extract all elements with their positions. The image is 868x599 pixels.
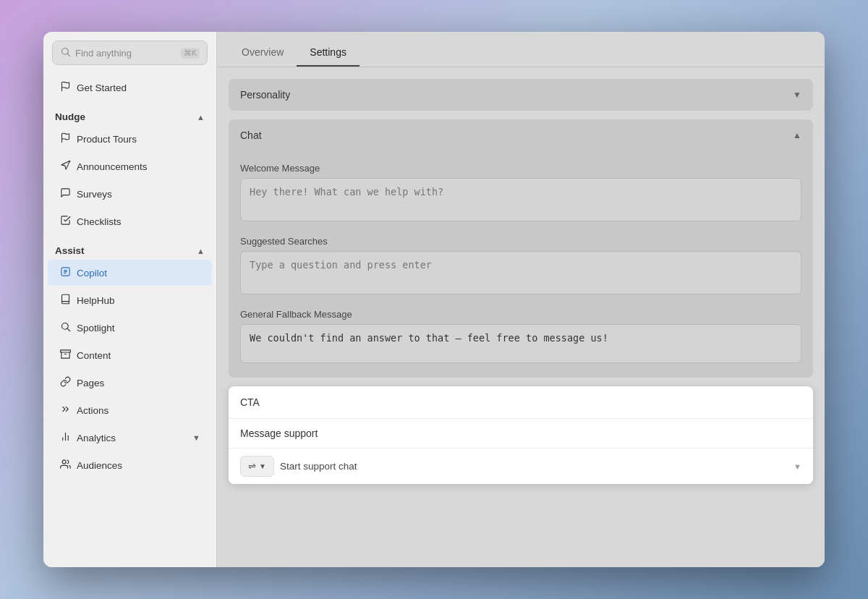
product-tours-icon <box>59 132 71 145</box>
welcome-message-input[interactable] <box>240 178 801 221</box>
svg-point-12 <box>62 460 66 464</box>
cta-header: CTA <box>229 386 813 419</box>
personality-chevron-icon: ▼ <box>793 90 801 100</box>
tabs-bar: Overview Settings <box>217 32 825 67</box>
copilot-icon <box>59 266 71 279</box>
checklists-icon <box>59 215 71 228</box>
checklists-label: Checklists <box>77 216 122 227</box>
actions-label: Actions <box>77 405 109 416</box>
pages-label: Pages <box>77 378 104 388</box>
surveys-label: Surveys <box>77 189 112 200</box>
svg-rect-7 <box>60 350 70 352</box>
sidebar: Find anything ⌘K Get Started Nudge ▲ Pro… <box>43 32 217 567</box>
announcements-label: Announcements <box>77 161 148 172</box>
sidebar-item-product-tours[interactable]: Product Tours <box>48 126 212 152</box>
pages-icon <box>59 376 71 389</box>
spotlight-label: Spotlight <box>77 323 115 334</box>
analytics-icon <box>59 431 71 444</box>
sidebar-item-pages[interactable]: Pages <box>48 370 212 396</box>
fallback-message-label: General Fallback Message <box>240 309 801 320</box>
content-icon <box>59 349 71 362</box>
chat-chevron-icon: ▲ <box>793 130 801 140</box>
sidebar-item-copilot[interactable]: Copilot <box>48 260 212 286</box>
personality-section: Personality ▼ <box>229 79 813 111</box>
flag-icon <box>59 81 71 94</box>
search-shortcut: ⌘K <box>181 48 200 59</box>
assist-label: Assist <box>55 245 85 256</box>
section-assist[interactable]: Assist ▲ <box>43 238 216 259</box>
suggested-searches-input[interactable] <box>240 251 801 294</box>
sidebar-item-get-started[interactable]: Get Started <box>48 75 212 101</box>
cta-icon-button[interactable]: ⇌ ▼ <box>240 456 274 477</box>
tab-overview[interactable]: Overview <box>229 41 297 67</box>
chat-section: Chat ▲ Welcome Message Suggested Searche… <box>229 119 813 378</box>
spotlight-icon <box>59 321 71 334</box>
chat-header[interactable]: Chat ▲ <box>229 119 813 151</box>
svg-line-1 <box>67 54 69 56</box>
svg-line-6 <box>67 328 69 331</box>
sidebar-item-analytics[interactable]: Analytics ▼ <box>48 425 212 451</box>
helphub-icon <box>59 294 71 307</box>
sidebar-item-helphub[interactable]: HelpHub <box>48 287 212 313</box>
audiences-icon <box>59 459 71 472</box>
cta-message-input[interactable] <box>229 419 813 449</box>
search-placeholder: Find anything <box>75 48 176 59</box>
personality-label: Personality <box>240 89 290 101</box>
app-window: Find anything ⌘K Get Started Nudge ▲ Pro… <box>43 32 825 567</box>
section-nudge[interactable]: Nudge ▲ <box>43 104 216 125</box>
sidebar-item-audiences[interactable]: Audiences <box>48 452 212 478</box>
welcome-message-label: Welcome Message <box>240 163 801 174</box>
content-area: Personality ▼ Chat ▲ Welcome Message <box>217 67 825 496</box>
sidebar-item-content[interactable]: Content <box>48 342 212 368</box>
assist-chevron-icon: ▲ <box>197 247 205 255</box>
search-icon <box>60 46 71 59</box>
suggested-searches-field: Suggested Searches <box>240 236 801 297</box>
chat-label: Chat <box>240 129 262 141</box>
tab-settings[interactable]: Settings <box>297 41 359 67</box>
cta-action-chevron-icon: ▼ <box>793 462 801 471</box>
chat-body: Welcome Message Suggested Searches Gener… <box>229 151 813 378</box>
analytics-label: Analytics <box>77 433 116 443</box>
personality-header[interactable]: Personality ▼ <box>229 79 813 111</box>
welcome-message-field: Welcome Message <box>240 163 801 224</box>
sidebar-item-announcements[interactable]: Announcements <box>48 153 212 179</box>
audiences-label: Audiences <box>77 460 122 471</box>
content-label: Content <box>77 350 111 361</box>
cta-action-label: Start support chat <box>280 461 788 472</box>
sidebar-item-actions[interactable]: Actions <box>48 397 212 423</box>
search-bar[interactable]: Find anything ⌘K <box>52 41 208 65</box>
product-tours-label: Product Tours <box>77 134 137 145</box>
sidebar-item-checklists[interactable]: Checklists <box>48 208 212 234</box>
sidebar-item-spotlight[interactable]: Spotlight <box>48 315 212 341</box>
cta-label: CTA <box>240 396 260 408</box>
analytics-chevron-icon: ▼ <box>192 433 200 442</box>
surveys-icon <box>59 187 71 200</box>
copilot-label: Copilot <box>77 268 107 279</box>
fallback-message-input[interactable]: We couldn't find an answer to that — fee… <box>240 324 801 363</box>
fallback-message-field: General Fallback Message We couldn't fin… <box>240 309 801 366</box>
suggested-searches-label: Suggested Searches <box>240 236 801 247</box>
cta-action-row: ⇌ ▼ Start support chat ▼ <box>229 449 813 484</box>
nudge-chevron-icon: ▲ <box>197 113 205 122</box>
sidebar-item-surveys[interactable]: Surveys <box>48 181 212 207</box>
announcements-icon <box>59 160 71 173</box>
nudge-label: Nudge <box>55 111 85 122</box>
cta-action-icon: ⇌ <box>248 461 256 472</box>
actions-icon <box>59 404 71 417</box>
cta-action-dropdown-icon: ▼ <box>259 462 266 470</box>
helphub-label: HelpHub <box>77 295 115 306</box>
main-content: Overview Settings Personality ▼ Chat ▲ <box>217 32 825 567</box>
sidebar-item-get-started-label: Get Started <box>77 82 127 93</box>
cta-section: CTA ⇌ ▼ Start support chat ▼ <box>229 386 813 484</box>
